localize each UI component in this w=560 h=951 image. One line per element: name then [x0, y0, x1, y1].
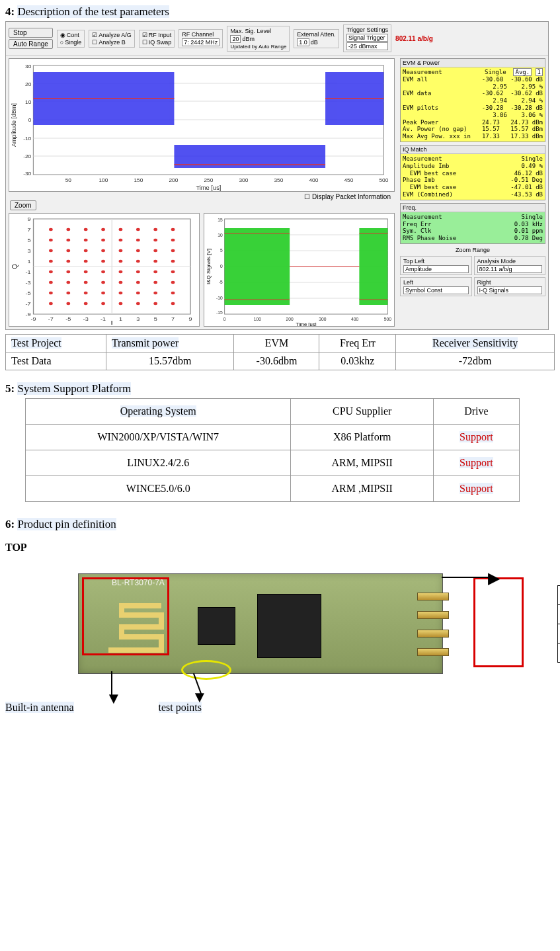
ext-atten-unit: dB — [311, 39, 318, 46]
svg-point-52 — [84, 260, 88, 263]
svg-point-80 — [153, 302, 157, 305]
freq-title: Freq. — [401, 204, 545, 212]
right-select[interactable]: I-Q Signals — [477, 286, 543, 294]
svg-text:-10: -10 — [216, 296, 223, 300]
analysis-mode-select[interactable]: 802.11 a/b/g — [477, 265, 543, 273]
svg-text:-30: -30 — [23, 171, 31, 177]
check-analyze-b[interactable]: ☐ Analyze B — [92, 39, 132, 46]
auto-range-button[interactable]: Auto Range — [9, 39, 53, 49]
measurement-row: Peak Power 24.73 24.73 dBm — [403, 119, 543, 126]
radio-single[interactable]: ○ Single — [60, 39, 81, 46]
svg-point-93 — [171, 249, 175, 252]
zoom-range-label: Zoom Range — [400, 247, 545, 253]
left-select[interactable]: Symbol Const — [403, 286, 469, 294]
ext-atten-input[interactable]: 1.0 — [297, 38, 309, 46]
svg-text:5: 5 — [28, 238, 32, 243]
svg-point-34 — [49, 281, 53, 284]
measurement-row: EVM pilots -30.28 -30.28 dB — [403, 104, 543, 112]
svg-point-61 — [101, 249, 105, 252]
section6-title-text: Product pin definition — [17, 518, 116, 530]
rf-channel-select[interactable]: 7: 2442 MHz — [182, 38, 220, 46]
constellation-plot: -9-7-5-3-113579 -9-7-5-3-113579 I Q — [9, 213, 200, 327]
svg-text:350: 350 — [274, 177, 283, 183]
check-analyze-ag[interactable]: ☑ Analyze A/G — [92, 32, 132, 38]
max-sig-group: Max. Sig. Level 20 dBm Updated by Auto R… — [227, 26, 290, 52]
arrow-down-icon: ▼ — [106, 690, 122, 708]
board-figure: ▼ ▼ ▶ DC 5V UDM- UDP+ GND — [65, 565, 547, 698]
th-drive: Drive — [433, 399, 519, 425]
svg-point-48 — [84, 302, 88, 305]
svg-text:450: 450 — [344, 177, 353, 183]
svg-point-36 — [49, 260, 53, 263]
svg-rect-124 — [225, 228, 290, 305]
pins-highlight — [473, 577, 524, 667]
analyze-group: ☑ Analyze A/G ☐ Analyze B — [89, 30, 135, 48]
svg-point-40 — [66, 302, 70, 305]
top-label: TOP — [5, 542, 555, 554]
display-packet-info-check[interactable]: ☐ Display Packet Information — [304, 193, 391, 200]
svg-text:500: 500 — [384, 317, 391, 321]
stop-button[interactable]: Stop — [9, 28, 53, 38]
svg-text:Time [us]: Time [us] — [296, 321, 316, 326]
td-drive: Support — [460, 457, 493, 468]
th-evm: EVM — [234, 335, 319, 352]
svg-text:-5: -5 — [65, 317, 71, 322]
th-test-project: Test Project — [11, 337, 61, 349]
table-row: GND — [557, 643, 560, 663]
svg-point-67 — [119, 270, 123, 273]
svg-text:50: 50 — [65, 177, 72, 183]
table-row: Test Data 15.57dbm -30.6dbm 0.03khz -72d… — [6, 352, 555, 370]
svg-point-88 — [171, 302, 175, 305]
ext-atten-label: External Atten. — [297, 31, 336, 38]
avg-label: Avg. — [513, 68, 532, 76]
avg-n-input[interactable]: 1 — [536, 68, 543, 76]
svg-point-87 — [153, 228, 157, 231]
svg-text:1: 1 — [28, 259, 32, 265]
radio-cont[interactable]: ◉ Cont — [60, 32, 81, 38]
svg-point-63 — [101, 228, 105, 231]
svg-text:-7: -7 — [48, 317, 54, 322]
svg-point-50 — [84, 281, 88, 284]
trigger-level-select[interactable]: -25 dBmax — [346, 42, 388, 50]
max-sig-input[interactable]: 20 — [230, 35, 241, 43]
test-parameters-table: Test Project Transmit power EVM Freq Err… — [5, 334, 555, 370]
svg-text:5: 5 — [154, 317, 158, 322]
measurement-row: 2.95 2.95 % — [403, 83, 543, 91]
svg-point-79 — [136, 228, 140, 231]
top-left-select[interactable]: Amplitude — [403, 265, 469, 273]
section4-title-text: Description of the test parameters — [17, 5, 169, 18]
svg-text:400: 400 — [351, 317, 358, 321]
iq-match-panel: IQ Match Measurement Single Amplitude Im… — [400, 145, 545, 200]
svg-rect-125 — [359, 228, 387, 305]
check-rf-input[interactable]: ☑ RF Input — [142, 32, 172, 38]
board-captions: Built-in antenna test points — [5, 702, 555, 714]
svg-text:Q: Q — [11, 264, 19, 269]
svg-point-47 — [66, 228, 70, 231]
section4-heading: 4: Description of the test parameters — [5, 5, 555, 19]
svg-point-76 — [136, 260, 140, 263]
svg-text:10: 10 — [218, 233, 223, 237]
svg-point-72 — [136, 302, 140, 305]
measurement-row: Av. Power (no gap) 15.57 15.57 dBm — [403, 126, 543, 133]
svg-text:-5: -5 — [25, 291, 31, 296]
svg-text:-5: -5 — [219, 280, 223, 284]
trigger-type-select[interactable]: Signal Trigger — [346, 34, 388, 42]
antenna-caption: Built-in antenna — [5, 702, 74, 713]
check-iq-swap[interactable]: ☐ IQ Swap — [142, 39, 172, 46]
svg-text:300: 300 — [239, 177, 248, 183]
zoom-button[interactable]: Zoom — [10, 200, 36, 210]
mode-group: ◉ Cont ○ Single — [57, 30, 85, 48]
svg-text:-3: -3 — [25, 280, 31, 286]
antenna-highlight — [82, 577, 169, 655]
svg-text:3: 3 — [136, 317, 140, 322]
arrow-right-icon: ▶ — [488, 569, 500, 587]
td-freq-err: 0.03khz — [319, 352, 396, 370]
svg-text:9: 9 — [28, 217, 32, 222]
svg-text:15: 15 — [218, 218, 223, 222]
measurement-row: Phase Imb -0.51 Deg — [403, 177, 543, 184]
svg-text:0: 0 — [28, 117, 32, 123]
svg-point-41 — [66, 292, 70, 294]
measurement-row: EVM best case -47.01 dB — [403, 184, 543, 191]
svg-text:3: 3 — [28, 249, 32, 254]
measurement-row: Sym. Clk 0.01 ppm — [403, 227, 543, 235]
